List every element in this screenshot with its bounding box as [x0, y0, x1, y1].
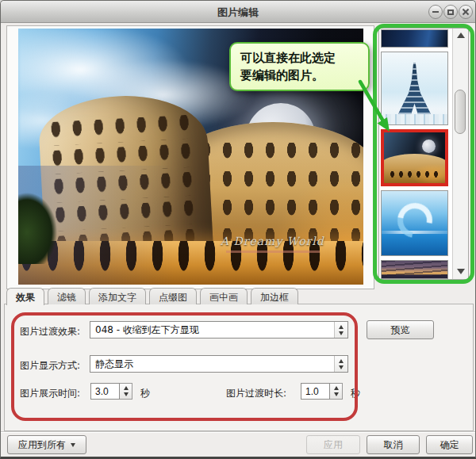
transition-effect-label: 图片过渡效果:: [20, 325, 80, 339]
mini-arches: [388, 171, 442, 181]
apply-to-all-label: 应用到所有: [18, 438, 66, 452]
transition-duration-unit: 秒: [351, 387, 360, 400]
tab-bar: 效果 滤镜 添加文字 点缀图 画中画 加边框: [6, 288, 298, 304]
combo-spinner[interactable]: [334, 356, 347, 372]
tab-border[interactable]: 加边框: [251, 288, 298, 304]
tab-decoration[interactable]: 点缀图: [149, 288, 197, 304]
display-mode-label: 图片显示方式:: [20, 359, 80, 373]
bush: [18, 189, 66, 264]
tab-add-text[interactable]: 添加文字: [89, 288, 146, 304]
footer-divider: [1, 431, 476, 432]
show-time-unit: 秒: [140, 387, 150, 400]
spin-down-icon[interactable]: [334, 392, 339, 396]
show-time-input[interactable]: [90, 383, 120, 400]
scroll-up-icon[interactable]: [457, 33, 465, 38]
spin-down-icon[interactable]: [339, 365, 344, 369]
tab-picture-in-picture[interactable]: 画中画: [200, 288, 248, 304]
mini-moon: [422, 140, 436, 153]
combo-spinner[interactable]: [334, 322, 347, 338]
maximize-icon: [447, 10, 454, 15]
dropdown-caret-icon: [71, 443, 75, 447]
watermark: A Dreamy World: [221, 235, 324, 247]
cancel-button[interactable]: 取消: [367, 435, 420, 454]
spin-down-icon[interactable]: [124, 392, 129, 396]
apply-button: 应用: [306, 435, 360, 454]
close-icon: [462, 8, 470, 16]
apply-to-all-button[interactable]: 应用到所有: [7, 435, 86, 454]
transition-duration-input[interactable]: [301, 383, 330, 400]
callout-text-line2: 要编辑的图片。: [240, 67, 359, 85]
tab-effects[interactable]: 效果: [6, 288, 44, 305]
minimize-button[interactable]: [428, 5, 443, 19]
watermark-subline: [226, 251, 320, 253]
spin-down-icon[interactable]: [339, 331, 344, 335]
display-mode-select[interactable]: 静态显示: [90, 355, 348, 373]
callout-arrow-icon: [352, 77, 401, 142]
tab-filters[interactable]: 滤镜: [48, 288, 86, 304]
callout-text-line1: 可以直接在此选定: [240, 50, 359, 67]
title-bar[interactable]: 图片编辑: [1, 1, 475, 23]
spin-up-icon[interactable]: [124, 386, 129, 390]
transition-effect-select[interactable]: 048 - 收缩到左下方显现: [90, 321, 348, 339]
ok-button[interactable]: 确定: [426, 435, 473, 454]
wave-swirl: [390, 197, 439, 245]
scroll-down-icon[interactable]: [457, 269, 465, 274]
thumbnail-water-wave[interactable]: [381, 190, 448, 256]
thumbnail-scrollbar[interactable]: [452, 29, 468, 279]
scrollbar-thumb[interactable]: [455, 90, 466, 134]
display-mode-value: 静态显示: [95, 358, 133, 371]
spin-up-icon[interactable]: [339, 359, 344, 363]
spin-up-icon[interactable]: [339, 325, 344, 329]
close-button[interactable]: [459, 5, 473, 19]
transition-duration-label: 图片过渡时长:: [226, 387, 286, 400]
eiffel-tower-shape: [397, 63, 433, 115]
transition-duration-spinner[interactable]: [330, 383, 343, 400]
beach-clouds: [382, 261, 447, 278]
transition-effect-value: 048 - 收缩到左下方显现: [95, 323, 199, 337]
minimize-icon: [432, 11, 439, 13]
show-time-spinner[interactable]: [120, 383, 132, 400]
thumbnail-night-scene[interactable]: [381, 29, 448, 48]
dialog-title: 图片编辑: [1, 6, 475, 20]
callout-bubble: 可以直接在此选定 要编辑的图片。: [229, 42, 370, 91]
preview-effect-button[interactable]: 预览: [367, 320, 434, 339]
image-edit-dialog: 图片编辑 A Dreamy: [0, 0, 476, 459]
spin-up-icon[interactable]: [334, 386, 339, 390]
maximize-button[interactable]: [443, 5, 458, 19]
thumbnail-beach-sunset[interactable]: [381, 260, 448, 279]
show-time-label: 图片展示时间:: [20, 387, 80, 400]
